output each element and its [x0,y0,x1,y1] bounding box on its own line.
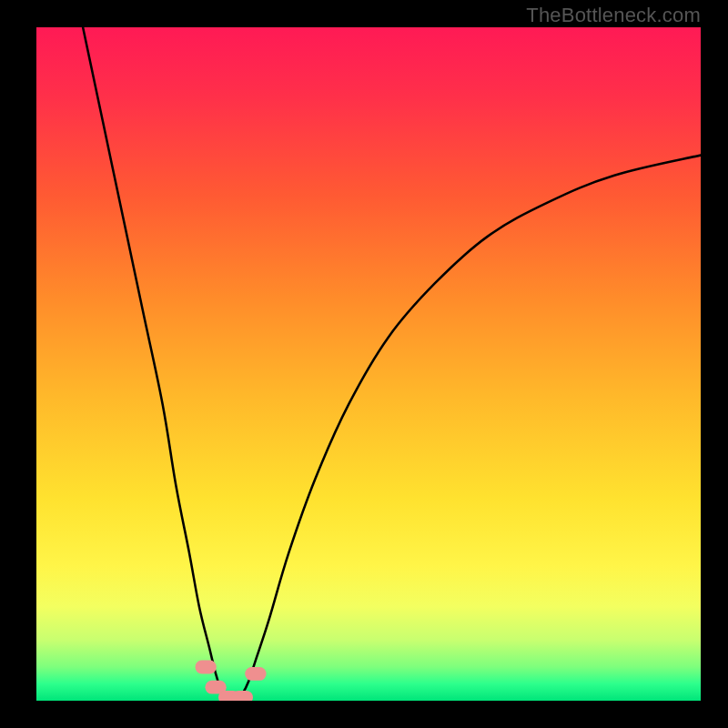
bottleneck-curve [36,27,701,701]
curve-marker [245,667,266,681]
attribution-text: TheBottleneck.com [526,4,701,27]
chart-frame: TheBottleneck.com [0,0,728,728]
plot-area [36,27,701,701]
curve-marker [232,691,253,701]
curve-marker [195,661,216,674]
